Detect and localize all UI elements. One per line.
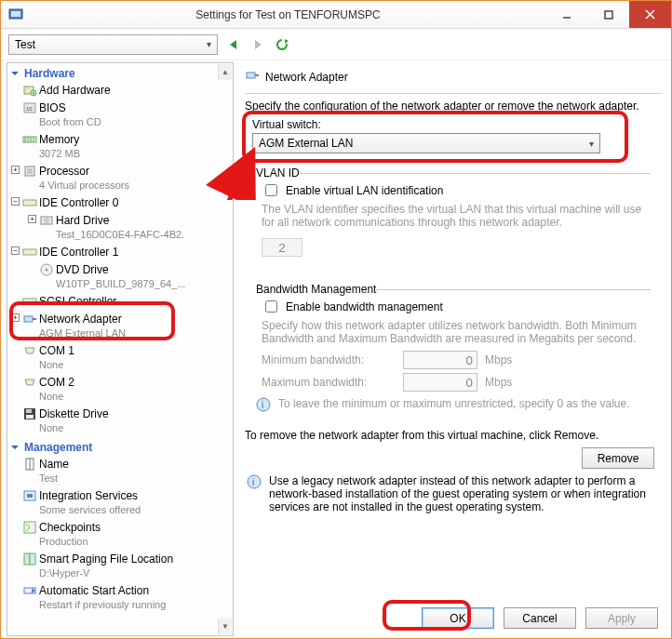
sidebar-item-smart-paging[interactable]: Smart Paging File Location D:\Hyper-V bbox=[7, 551, 233, 582]
tree-label: Processor bbox=[39, 165, 89, 178]
tree-sublabel: AGM External LAN bbox=[39, 326, 229, 340]
max-bandwidth-input[interactable] bbox=[403, 373, 477, 392]
tree-sublabel: None bbox=[39, 421, 229, 435]
processor-icon bbox=[22, 164, 37, 179]
tree-label: Memory bbox=[39, 133, 79, 146]
settings-tree: Hardware Add Hardware 10 BIOS Boot from … bbox=[7, 62, 234, 636]
cancel-button[interactable]: Cancel bbox=[504, 607, 576, 629]
sidebar-item-bios[interactable]: 10 BIOS Boot from CD bbox=[7, 100, 233, 131]
svg-rect-21 bbox=[27, 168, 33, 174]
hard-drive-icon bbox=[39, 213, 54, 228]
scroll-down-button[interactable]: ▼ bbox=[218, 619, 232, 634]
app-icon bbox=[8, 7, 23, 22]
svg-text:i: i bbox=[252, 477, 254, 487]
tree-label: IDE Controller 1 bbox=[39, 246, 118, 259]
svg-rect-3 bbox=[605, 11, 612, 19]
sidebar-item-auto-start[interactable]: Automatic Start Action Restart if previo… bbox=[7, 582, 233, 614]
virtual-switch-label: Virtual switch: bbox=[252, 118, 662, 131]
tree-label: COM 2 bbox=[39, 376, 74, 389]
svg-marker-7 bbox=[255, 40, 262, 49]
collapse-icon[interactable]: − bbox=[11, 246, 20, 255]
virtual-switch-combo[interactable]: AGM External LAN ▾ bbox=[252, 133, 600, 153]
sidebar-item-name[interactable]: Name Test bbox=[7, 456, 233, 487]
panel-title: Network Adapter bbox=[265, 71, 348, 84]
sidebar-item-processor[interactable]: + Processor 4 Virtual processors bbox=[7, 163, 233, 194]
sidebar-item-scsi[interactable]: SCSI Controller bbox=[7, 293, 233, 311]
svg-rect-33 bbox=[26, 415, 34, 419]
vm-selector-value: Test bbox=[15, 38, 35, 51]
sidebar-item-integration-services[interactable]: Integration Services Some services offer… bbox=[7, 487, 233, 519]
enable-bandwidth-checkbox[interactable] bbox=[265, 300, 277, 313]
sidebar-item-ide1[interactable]: − IDE Controller 1 bbox=[7, 244, 233, 261]
tree-label: BIOS bbox=[39, 101, 66, 114]
autostart-icon bbox=[22, 583, 37, 598]
minimize-button[interactable] bbox=[545, 1, 587, 28]
window-buttons bbox=[545, 1, 671, 28]
checkpoints-icon bbox=[22, 520, 37, 535]
expand-icon[interactable]: + bbox=[11, 166, 20, 174]
tree-sublabel: Some services offered bbox=[39, 503, 229, 517]
nav-back-button[interactable] bbox=[225, 36, 242, 53]
apply-button[interactable]: Apply bbox=[585, 607, 658, 629]
sidebar-item-hard-drive[interactable]: + Hard Drive Test_16D0C0E4-FAFC-4B2. bbox=[7, 212, 233, 244]
sidebar-item-checkpoints[interactable]: Checkpoints Production bbox=[7, 519, 233, 551]
sidebar-item-com2[interactable]: COM 2 None bbox=[7, 374, 233, 406]
ok-button[interactable]: OK bbox=[422, 607, 494, 629]
window-title: Settings for Test on TENFORUMSPC bbox=[31, 8, 545, 21]
info-icon: i bbox=[256, 397, 271, 412]
svg-rect-32 bbox=[26, 409, 32, 413]
expand-icon[interactable]: + bbox=[11, 313, 20, 322]
expand-icon[interactable]: + bbox=[28, 215, 36, 223]
com-port-icon bbox=[22, 375, 37, 390]
tree-label: Add Hardware bbox=[39, 84, 111, 97]
svg-point-24 bbox=[44, 218, 49, 223]
min-bandwidth-input[interactable] bbox=[403, 351, 477, 369]
svg-marker-8 bbox=[285, 39, 289, 44]
svg-rect-25 bbox=[23, 249, 36, 255]
remove-button[interactable]: Remove bbox=[582, 447, 654, 469]
sidebar-item-ide0[interactable]: − IDE Controller 0 bbox=[7, 194, 233, 212]
details-panel: Network Adapter Specify the configuratio… bbox=[234, 60, 671, 638]
vm-selector[interactable]: Test ▾ bbox=[8, 34, 218, 55]
integration-icon bbox=[22, 488, 37, 503]
panel-description: Specify the configuration of the network… bbox=[245, 100, 662, 113]
tree-label: Integration Services bbox=[39, 489, 138, 502]
nav-forward-button[interactable] bbox=[249, 36, 266, 53]
sidebar-item-dvd-drive[interactable]: DVD Drive W10TP_BUILD_9879_64_... bbox=[7, 261, 233, 293]
tree-label: SCSI Controller bbox=[39, 295, 116, 308]
svg-text:i: i bbox=[262, 400, 263, 410]
scroll-up-button[interactable]: ▲ bbox=[218, 64, 232, 80]
sidebar-item-diskette[interactable]: Diskette Drive None bbox=[7, 406, 233, 437]
enable-bandwidth-label: Enable bandwidth management bbox=[286, 300, 443, 313]
controller-icon bbox=[22, 245, 37, 260]
tree-sublabel: 3072 MB bbox=[39, 147, 229, 161]
enable-vlan-checkbox[interactable] bbox=[265, 184, 277, 196]
maximize-button[interactable] bbox=[587, 1, 629, 28]
tree-label: Name bbox=[39, 458, 69, 471]
svg-marker-6 bbox=[230, 40, 236, 49]
add-hardware-icon bbox=[22, 83, 37, 98]
category-hardware[interactable]: Hardware bbox=[7, 63, 233, 82]
tree-sublabel: Test_16D0C0E4-FAFC-4B2. bbox=[56, 228, 229, 242]
controller-icon bbox=[22, 195, 37, 210]
remove-text: To remove the network adapter from this … bbox=[245, 429, 662, 442]
tree-sublabel: D:\Hyper-V bbox=[39, 566, 229, 580]
close-button[interactable] bbox=[629, 1, 671, 28]
bios-icon: 10 bbox=[22, 100, 37, 115]
category-management[interactable]: Management bbox=[7, 437, 233, 456]
sidebar-item-network-adapter[interactable]: + Network Adapter AGM External LAN bbox=[7, 311, 233, 342]
sidebar-item-memory[interactable]: Memory 3072 MB bbox=[7, 131, 233, 163]
refresh-button[interactable] bbox=[274, 36, 290, 53]
tree-sublabel: Boot from CD bbox=[39, 115, 229, 129]
max-bandwidth-label: Maximum bandwidth: bbox=[256, 376, 396, 389]
bandwidth-group: Bandwidth Management Enable bandwidth ma… bbox=[249, 277, 658, 421]
bandwidth-group-title: Bandwidth Management bbox=[256, 283, 376, 296]
enable-vlan-label: Enable virtual LAN identification bbox=[286, 184, 443, 197]
tree-label: Network Adapter bbox=[39, 313, 122, 326]
tree-sublabel: Restart if previously running bbox=[39, 598, 229, 612]
sidebar-item-add-hardware[interactable]: Add Hardware bbox=[7, 82, 233, 100]
collapse-icon[interactable]: − bbox=[11, 197, 20, 206]
sidebar-item-com1[interactable]: COM 1 None bbox=[7, 342, 233, 374]
name-icon bbox=[22, 457, 37, 472]
vlan-id-input[interactable] bbox=[262, 238, 302, 257]
